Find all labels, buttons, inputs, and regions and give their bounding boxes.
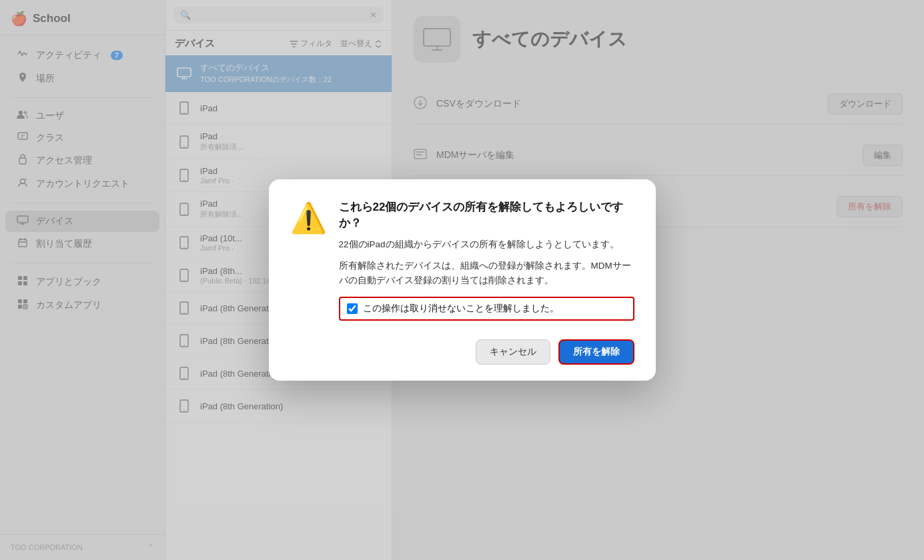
confirm-release-button[interactable]: 所有を解除 <box>558 339 634 365</box>
warning-icon: ⚠️ <box>290 201 327 323</box>
dialog-title: これら22個のデバイスの所有を解除してもよろしいですか？ <box>339 199 634 231</box>
confirm-checkbox[interactable] <box>347 303 358 314</box>
dialog-header: ⚠️ これら22個のデバイスの所有を解除してもよろしいですか？ 22個のiPad… <box>290 199 634 323</box>
dialog-header-content: これら22個のデバイスの所有を解除してもよろしいですか？ 22個のiPadの組織… <box>339 199 634 323</box>
dialog-body1: 22個のiPadの組織からデバイスの所有を解除しようとしています。 <box>339 237 634 252</box>
cancel-button[interactable]: キャンセル <box>476 339 550 365</box>
modal-backdrop: ⚠️ これら22個のデバイスの所有を解除してもよろしいですか？ 22個のiPad… <box>0 0 924 560</box>
dialog-body2: 所有解除されたデバイスは、組織への登録が解除されます。MDMサーバの自動デバイス… <box>339 259 634 287</box>
confirm-checkbox-label: この操作は取り消せないことを理解しました。 <box>363 303 559 315</box>
dialog-footer: キャンセル 所有を解除 <box>290 339 634 365</box>
dialog-checkbox-row: この操作は取り消せないことを理解しました。 <box>339 297 634 321</box>
confirm-dialog: ⚠️ これら22個のデバイスの所有を解除してもよろしいですか？ 22個のiPad… <box>269 179 656 381</box>
